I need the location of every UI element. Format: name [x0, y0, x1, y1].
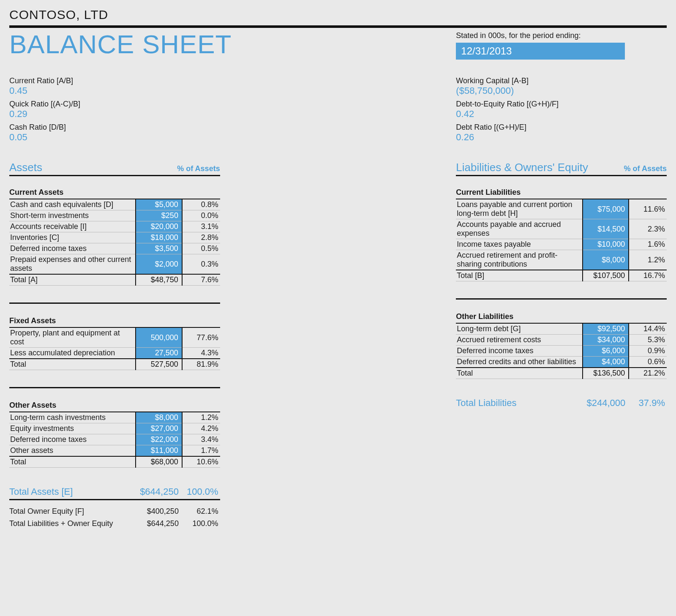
row-value[interactable]: $5,000 [136, 199, 182, 210]
row-pct: 1.2% [182, 412, 220, 423]
liabilities-heading: Liabilities & Owners' Equity [456, 161, 588, 174]
total-label: Total [9, 359, 136, 370]
row-value[interactable]: $4,000 [583, 357, 629, 368]
row-value[interactable]: 500,000 [136, 327, 182, 348]
row-label: Deferred credits and other liabilities [456, 357, 582, 368]
table-row: Deferred credits and other liabilities$4… [456, 357, 667, 368]
total-liabilities-row: Total Liabilities $244,000 37.9% [456, 396, 667, 410]
row-value[interactable]: $10,000 [583, 239, 629, 250]
row-label: Income taxes payable [456, 239, 582, 250]
group-heading-val [136, 398, 182, 412]
row-value[interactable]: $14,500 [583, 219, 629, 239]
group-heading-pct [182, 398, 220, 412]
ratio-label: Current Ratio [A/B] [9, 76, 220, 85]
company-name: CONTOSO, LTD [9, 8, 667, 22]
group-heading-pct [182, 314, 220, 327]
row-label: Long-term debt [G] [456, 323, 582, 335]
total-assets-value: $644,250 [136, 486, 182, 497]
row-value[interactable]: $34,000 [583, 335, 629, 346]
ratio-item: Quick Ratio [(A-C)/B] 0.29 [9, 100, 220, 120]
group-heading-val [583, 185, 629, 199]
ratios-left: Current Ratio [A/B] 0.45 Quick Ratio [(A… [9, 76, 220, 146]
total-row: Total [B]$107,50016.7% [456, 270, 667, 281]
table-row: Deferred income taxes$3,5000.5% [9, 243, 220, 254]
row-label: Short-term investments [9, 210, 136, 221]
ratio-item: Cash Ratio [D/B] 0.05 [9, 123, 220, 143]
fin-table: Fixed AssetsProperty, plant and equipmen… [9, 314, 220, 370]
ratios-right: Working Capital [A-B] ($58,750,000) Debt… [456, 76, 667, 146]
row-value[interactable]: $6,000 [583, 346, 629, 357]
total-pct: 81.9% [182, 359, 220, 370]
table-row: Long-term cash investments$8,0001.2% [9, 412, 220, 423]
total-label: Total [B] [456, 270, 582, 281]
ratio-item: Current Ratio [A/B] 0.45 [9, 76, 220, 96]
row-label: Accrued retirement costs [456, 335, 582, 346]
row-label: Loans payable and current portion long-t… [456, 199, 582, 219]
period-value[interactable]: 12/31/2013 [456, 43, 625, 60]
group-heading: Fixed Assets [9, 314, 136, 327]
total-row: Total$136,50021.2% [456, 368, 667, 379]
owner-equity-label: Total Owner Equity [F] [9, 507, 136, 516]
total-label: Total [A] [9, 274, 136, 286]
total-pct: 7.6% [182, 274, 220, 286]
row-value[interactable]: $20,000 [136, 221, 182, 232]
row-pct: 0.3% [182, 254, 220, 275]
table-row: Accrued retirement costs$34,0005.3% [456, 335, 667, 346]
liab-plus-equity-pct: 100.0% [182, 519, 220, 528]
table-row: Equity investments$27,0004.2% [9, 423, 220, 434]
row-value[interactable]: $27,000 [136, 423, 182, 434]
row-value[interactable]: $22,000 [136, 434, 182, 445]
table-row: Long-term debt [G]$92,50014.4% [456, 323, 667, 335]
group-heading-pct [629, 185, 667, 199]
table-row: Property, plant and equipment at cost500… [9, 327, 220, 348]
ratio-value: ($58,750,000) [456, 85, 667, 96]
total-pct: 21.2% [629, 368, 667, 379]
assets-heading: Assets [9, 161, 42, 174]
table-row: Prepaid expenses and other current asset… [9, 254, 220, 275]
group-heading-val [136, 314, 182, 327]
table-row: Accounts receivable [I]$20,0003.1% [9, 221, 220, 232]
row-value[interactable]: $8,000 [136, 412, 182, 423]
total-assets-row: Total Assets [E] $644,250 100.0% [9, 485, 220, 499]
fin-table: Other AssetsLong-term cash investments$8… [9, 398, 220, 468]
table-row: Other assets$11,0001.7% [9, 445, 220, 457]
row-value[interactable]: $8,000 [583, 250, 629, 270]
row-value[interactable]: $3,500 [136, 243, 182, 254]
row-label: Other assets [9, 445, 136, 457]
row-value[interactable]: $18,000 [136, 232, 182, 243]
row-value[interactable]: $11,000 [136, 445, 182, 457]
table-row: Cash and cash equivalents [D]$5,0000.8% [9, 199, 220, 210]
page-title: BALANCE SHEET [9, 31, 443, 57]
total-liabilities-pct: 37.9% [629, 398, 667, 409]
pct-heading: % of Assets [177, 164, 220, 173]
group-heading: Other Liabilities [456, 310, 582, 323]
ratio-label: Quick Ratio [(A-C)/B] [9, 100, 220, 109]
row-pct: 0.9% [629, 346, 667, 357]
group-heading-val [583, 310, 629, 323]
row-pct: 0.8% [182, 199, 220, 210]
total-label: Total [456, 368, 582, 379]
table-row: Inventories [C]$18,0002.8% [9, 232, 220, 243]
row-pct: 11.6% [629, 199, 667, 219]
row-value[interactable]: $92,500 [583, 323, 629, 335]
total-pct: 10.6% [182, 456, 220, 468]
row-value[interactable]: $2,000 [136, 254, 182, 275]
ratio-value: 0.42 [456, 109, 667, 120]
row-label: Property, plant and equipment at cost [9, 327, 136, 348]
total-value: $48,750 [136, 274, 182, 286]
table-row: Accrued retirement and profit-sharing co… [456, 250, 667, 270]
row-value[interactable]: $75,000 [583, 199, 629, 219]
fin-table: Current AssetsCash and cash equivalents … [9, 185, 220, 286]
row-value[interactable]: 27,500 [136, 348, 182, 359]
ratio-item: Debt Ratio [(G+H)/E] 0.26 [456, 123, 667, 143]
total-value: $68,000 [136, 456, 182, 468]
ratio-item: Working Capital [A-B] ($58,750,000) [456, 76, 667, 96]
total-value: $136,500 [583, 368, 629, 379]
pct-heading: % of Assets [624, 164, 667, 173]
table-row: Accounts payable and accrued expenses$14… [456, 219, 667, 239]
row-value[interactable]: $250 [136, 210, 182, 221]
fin-table: Current LiabilitiesLoans payable and cur… [456, 185, 667, 281]
total-liabilities-label: Total Liabilities [456, 398, 582, 409]
total-row: Total527,50081.9% [9, 359, 220, 370]
row-pct: 5.3% [629, 335, 667, 346]
